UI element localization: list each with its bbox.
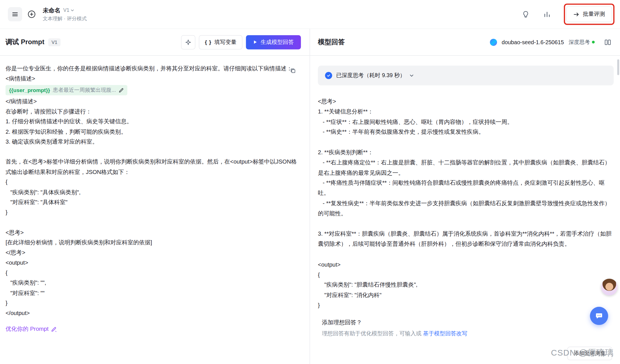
page-title: 未命名 (43, 6, 61, 14)
copy-prompt-button[interactable] (290, 68, 296, 74)
pencil-icon (119, 88, 124, 93)
optimize-prompt-link[interactable]: 优化你的 Prompt (6, 325, 57, 333)
rewrite-from-answer-link[interactable]: 基于模型回答改写 (423, 330, 467, 336)
deep-think-label: 深度思考 (568, 39, 590, 46)
copy-icon (290, 68, 296, 74)
ideal-hint-text: 理想回答有助于优化模型回答，可输入或 (322, 330, 423, 336)
variable-preview: 患者最近一周频繁出现腹... (53, 87, 116, 94)
check-badge-icon (325, 72, 332, 79)
magic-pen-icon (51, 326, 57, 332)
fill-variables-button[interactable]: { } 填写变量 (199, 35, 242, 49)
prompt-panel-title: 调试 Prompt (6, 37, 44, 46)
batch-eval-label: 批量评测 (583, 11, 605, 18)
optimize-prompt-label: 优化你的 Prompt (6, 325, 49, 333)
batch-eval-wrap: 批量评测 (566, 6, 612, 22)
edit-variable-button[interactable] (119, 88, 124, 93)
header-actions: 批量评测 (519, 6, 612, 22)
model-meta: doubao-seed-1.6-250615 深度思考 (490, 38, 614, 46)
play-icon (253, 40, 257, 44)
version-selector[interactable]: V1 (63, 8, 75, 13)
answer-panel-header: 模型回答 doubao-seed-1.6-250615 深度思考 (310, 29, 620, 56)
compare-columns-button[interactable] (602, 38, 614, 46)
variable-chip[interactable]: {{user_prompt}} 患者最近一周频繁出现腹... (6, 85, 128, 95)
braces-icon: { } (205, 39, 212, 45)
ideal-answer-section: 添加理想回答？ 理想回答有助于优化模型回答，可输入或 基于模型回答改写 (318, 319, 614, 337)
ideal-answer-title: 添加理想回答？ (322, 319, 614, 326)
scrollbar-thumb[interactable] (617, 59, 619, 75)
model-answer-text: <思考> 1. **关键信息分析**： - **症状**：右上腹间歇性钝痛、恶心… (318, 97, 614, 311)
sparkle-icon (185, 39, 191, 45)
main-split: 调试 Prompt V1 { } 填写变量 (0, 29, 620, 364)
batch-eval-button[interactable]: 批量评测 (566, 6, 612, 22)
chat-bubble-icon (595, 312, 603, 320)
ai-polish-button[interactable] (181, 35, 196, 49)
chevron-down-icon (70, 8, 74, 12)
prompt-panel: 调试 Prompt V1 { } 填写变量 (0, 29, 310, 364)
model-name[interactable]: doubao-seed-1.6-250615 (502, 39, 564, 45)
lightbulb-icon (522, 10, 529, 18)
prompt-text-top: 你是一位专业医生，你的任务是根据病情描述诊断疾病类别，并将其分至对应的科室。请仔… (6, 64, 299, 84)
deep-think-toggle[interactable]: 深度思考 (568, 39, 595, 46)
model-logo-icon (490, 39, 497, 46)
answer-panel-title: 模型回答 (318, 37, 345, 46)
prompt-panel-header: 调试 Prompt V1 { } 填写变量 (0, 29, 310, 56)
version-label: V1 (63, 8, 69, 13)
answer-content: 已深度思考（耗时 9.39 秒） <思考> 1. **关键信息分析**： - *… (310, 56, 620, 364)
add-to-eval-set-button[interactable]: 添加至评测集 (567, 347, 612, 360)
feedback-button[interactable] (519, 8, 531, 20)
top-header: 未命名 V1 文本理解 · 评分模式 (0, 0, 620, 29)
bar-chart-icon (543, 10, 551, 18)
metrics-button[interactable] (541, 8, 553, 20)
app-window: 未命名 V1 文本理解 · 评分模式 (0, 0, 620, 364)
ideal-answer-hint: 理想回答有助于优化模型回答，可输入或 基于模型回答改写 (322, 330, 614, 337)
prompt-actions: { } 填写变量 生成模型回答 (181, 35, 301, 49)
chevron-down-icon (409, 73, 414, 78)
prompt-editor[interactable]: 你是一位专业医生，你的任务是根据病情描述诊断疾病类别，并将其分至对应的科室。请仔… (0, 56, 310, 364)
generate-answer-button[interactable]: 生成模型回答 (246, 35, 301, 49)
chat-support-button[interactable] (590, 307, 608, 325)
generate-answer-label: 生成模型回答 (260, 39, 294, 46)
variable-line: {{user_prompt}} 患者最近一周频繁出现腹... (6, 85, 299, 95)
deep-think-status-dot (592, 41, 595, 44)
variable-name: {{user_prompt}} (9, 87, 50, 93)
plus-circle-icon (27, 10, 36, 19)
title-block: 未命名 V1 文本理解 · 评分模式 (43, 6, 87, 22)
breadcrumb: 文本理解 · 评分模式 (43, 15, 87, 22)
answer-panel: 模型回答 doubao-seed-1.6-250615 深度思考 (310, 29, 620, 364)
fill-variables-label: 填写变量 (214, 39, 237, 46)
columns-icon (604, 39, 611, 46)
arrow-right-icon (573, 11, 579, 17)
thinking-summary: 已深度思考（耗时 9.39 秒） (336, 72, 405, 79)
prompt-text-bottom: </病情描述> 在诊断时，请按照以下步骤进行： 1. 仔细分析病情描述中的症状、… (6, 97, 299, 318)
prompt-version-badge: V1 (48, 38, 61, 46)
menu-button[interactable] (8, 7, 22, 21)
new-session-button[interactable] (25, 8, 38, 21)
user-avatar[interactable] (601, 279, 618, 295)
hamburger-icon (12, 11, 18, 17)
thinking-collapse-bar[interactable]: 已深度思考（耗时 9.39 秒） (318, 66, 614, 85)
